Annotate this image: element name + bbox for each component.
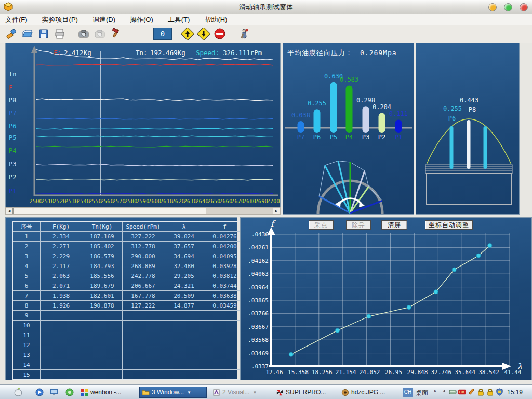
records-table: 序号F(Kg)Tn(Kg)Speed(rPm)λf12.334187.16932… — [12, 221, 246, 380]
quicklaunch-display-icon[interactable] — [50, 388, 58, 396]
menu-item-0[interactable]: 文件(F) — [0, 14, 33, 25]
save-button[interactable] — [36, 26, 51, 41]
worker-button[interactable] — [237, 26, 252, 41]
tray-lock2-icon[interactable] — [486, 388, 495, 396]
table-row[interactable]: 42.117184.793268.88932.4800.03928 — [12, 261, 246, 271]
trend-hscrollbar[interactable]: ◄ ► — [5, 207, 281, 215]
trend-chart-panel: TnFP8P7P6P5P4P3P2P1F:2.412KgTn:192.469Kg… — [5, 43, 281, 207]
cell-r3-c1: 2.229 — [41, 251, 82, 261]
menu-item-2[interactable]: 调速(D) — [87, 14, 121, 25]
maximize-button[interactable] — [504, 3, 512, 11]
cell-r13-c4 — [164, 350, 204, 360]
minimize-button[interactable] — [488, 3, 497, 11]
table-row[interactable]: 13 — [12, 350, 246, 360]
svg-text:2680: 2680 — [243, 198, 256, 204]
taskbar-button-1[interactable]: 3 Window...▼ — [139, 387, 207, 398]
taskbar-button-4[interactable]: hdzc.JPG ... — [339, 387, 401, 398]
cell-r9-c3 — [123, 311, 164, 321]
open-folder-button[interactable] — [20, 26, 35, 41]
cell-r15-c5 — [204, 370, 246, 380]
expand-left-icon[interactable]: ◂ — [443, 388, 445, 393]
svg-text:2550: 2550 — [89, 198, 102, 204]
taskbar-button-2[interactable]: 2 Visual...▼ — [210, 387, 275, 398]
table-row[interactable]: 71.938182.601167.77820.5090.03638 — [12, 291, 246, 301]
quicklaunch-messenger-icon[interactable] — [65, 388, 74, 396]
quicklaunch-player-icon[interactable] — [35, 388, 44, 396]
svg-text:24.052: 24.052 — [360, 369, 380, 376]
capture-button[interactable] — [76, 26, 91, 41]
cell-r14-c4 — [164, 360, 204, 370]
table-row[interactable]: 10 — [12, 321, 246, 330]
cell-r10-c1 — [41, 321, 82, 330]
start-button[interactable] — [14, 387, 22, 395]
speed-down-button[interactable] — [196, 26, 211, 41]
cell-r6-c1: 2.071 — [41, 281, 82, 291]
cell-r11-c4 — [164, 330, 204, 340]
taskbar-button-3[interactable]: SUPERPRO... — [273, 387, 336, 398]
expand-right-icon[interactable]: ▸ — [434, 388, 437, 393]
cell-r13-c5 — [204, 350, 246, 360]
svg-text:.04162: .04162 — [248, 258, 269, 264]
table-row[interactable]: 15 — [12, 370, 246, 380]
chart-button-3[interactable]: 坐标自动调整 — [425, 220, 473, 230]
cell-r3-c3: 290.000 — [123, 251, 164, 261]
taskbar-button-0[interactable]: wenbon -... — [78, 387, 136, 398]
menu-item-5[interactable]: 帮助(H) — [199, 14, 232, 25]
scroll-left-icon[interactable]: ◄ — [6, 208, 13, 214]
cell-r2-c2: 185.402 — [82, 242, 123, 251]
tray-lock-icon[interactable] — [477, 388, 485, 396]
tray-lrc-icon[interactable]: LRC — [458, 388, 467, 396]
table-row[interactable]: 81.926190.878127.22214.8770.03459 — [12, 301, 246, 311]
speed-up-icon — [181, 28, 194, 40]
desktop-toolbar[interactable]: 桌面 — [416, 389, 428, 397]
print-icon — [54, 28, 66, 40]
svg-text:P8: P8 — [9, 97, 16, 104]
table-row[interactable]: 14 — [12, 360, 246, 370]
brush-button[interactable] — [4, 26, 19, 41]
table-row[interactable]: 12 — [12, 340, 246, 350]
chevron-down-icon: ▼ — [187, 390, 191, 395]
chart-button-2[interactable]: 清屏 — [381, 220, 407, 230]
table-row[interactable]: 9 — [12, 311, 246, 321]
svg-text:P3: P3 — [362, 134, 369, 141]
cell-r2-c3: 312.778 — [123, 242, 164, 251]
table-row[interactable]: 11 — [12, 330, 246, 340]
language-indicator[interactable]: CH — [403, 388, 413, 397]
table-row[interactable]: 12.334187.169327.22239.0240.04276 — [12, 232, 246, 242]
scanner-icon — [449, 388, 457, 396]
table-row[interactable]: 32.229186.579290.00034.6940.04095 — [12, 251, 246, 261]
cell-r11-c2 — [82, 330, 123, 340]
svg-text:P2: P2 — [9, 174, 16, 181]
cell-r5-c1: 2.063 — [41, 271, 82, 281]
taskbar-button-label: 2 Visual... — [222, 389, 249, 396]
title-bar: 滑动轴承测试窗体 — [0, 0, 532, 14]
svg-text:LRC: LRC — [459, 390, 466, 394]
lock2-icon — [486, 388, 494, 396]
svg-text:2590: 2590 — [136, 198, 149, 204]
close-button[interactable] — [520, 3, 528, 11]
tray-scanner-icon[interactable] — [449, 388, 457, 396]
menu-item-1[interactable]: 实验项目(P) — [37, 14, 83, 25]
svg-text:Speed:: Speed: — [196, 49, 219, 57]
svg-text:2510: 2510 — [41, 198, 54, 204]
capture-disabled-button[interactable] — [92, 26, 107, 41]
tray-pen-icon[interactable] — [468, 388, 476, 396]
speed-up-button[interactable] — [180, 26, 195, 41]
table-row[interactable]: 52.063185.556242.77829.2050.03812 — [12, 271, 246, 281]
cell-r2-c5: 0.04200 — [204, 242, 246, 251]
cell-r14-c3 — [123, 360, 164, 370]
svg-text:2.412Kg: 2.412Kg — [64, 49, 91, 57]
menu-item-3[interactable]: 操作(O) — [125, 14, 158, 25]
table-row[interactable]: 62.071189.679206.66724.3210.03744 — [12, 281, 246, 291]
hammer-button[interactable] — [109, 26, 123, 41]
scroll-thumb[interactable] — [13, 208, 206, 214]
stop-button[interactable] — [212, 26, 227, 41]
print-button[interactable] — [52, 26, 67, 41]
cell-r4-c3: 268.889 — [123, 261, 164, 271]
table-row[interactable]: 22.271185.402312.77837.6570.04200 — [12, 242, 246, 251]
tray-shield-icon[interactable] — [496, 388, 504, 396]
svg-text:P6: P6 — [313, 134, 321, 141]
cell-r5-c5: 0.03812 — [204, 271, 246, 281]
scroll-right-icon[interactable]: ► — [273, 208, 280, 214]
menu-item-4[interactable]: 工具(T) — [163, 14, 195, 25]
